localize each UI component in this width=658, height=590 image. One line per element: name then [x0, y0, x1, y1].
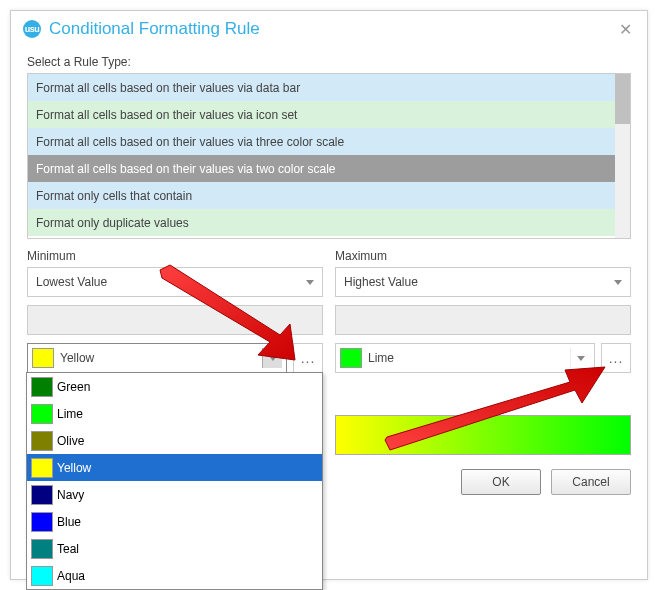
scroll-thumb[interactable] [615, 74, 630, 124]
color-option-swatch [31, 512, 53, 532]
minimum-value-input[interactable] [27, 305, 323, 335]
maximum-color-swatch [340, 348, 362, 368]
minimum-label: Minimum [27, 249, 323, 263]
rule-type-item[interactable]: Format all cells based on their values v… [28, 74, 630, 101]
dialog-content: Select a Rule Type: Format all cells bas… [11, 47, 647, 511]
close-button[interactable]: ✕ [615, 19, 635, 39]
maximum-color-more-button[interactable]: ... [601, 343, 631, 373]
gradient-preview [335, 415, 631, 455]
minimum-color-name: Yellow [60, 351, 262, 365]
maximum-value-combo[interactable]: Highest Value [335, 267, 631, 297]
color-option-swatch [31, 539, 53, 559]
rule-type-item[interactable]: Format all cells based on their values v… [28, 155, 630, 182]
ok-button[interactable]: OK [461, 469, 541, 495]
color-option-label: Lime [57, 407, 83, 421]
color-option-swatch [31, 458, 53, 478]
color-option-swatch [31, 377, 53, 397]
chevron-down-icon [306, 280, 314, 285]
color-option-label: Teal [57, 542, 79, 556]
color-option[interactable]: Green [27, 373, 322, 400]
titlebar: usu Conditional Formatting Rule ✕ [11, 11, 647, 47]
rule-type-item[interactable]: Format only duplicate values [28, 209, 630, 236]
color-option[interactable]: Lime [27, 400, 322, 427]
color-option-swatch [31, 404, 53, 424]
maximum-value-input[interactable] [335, 305, 631, 335]
color-option-swatch [31, 485, 53, 505]
color-dropdown-list[interactable]: GreenLimeOliveYellowNavyBlueTealAqua [26, 372, 323, 590]
minimum-color-more-button[interactable]: ... [293, 343, 323, 373]
color-option[interactable]: Yellow [27, 454, 322, 481]
app-icon: usu [23, 20, 41, 38]
color-option-label: Navy [57, 488, 84, 502]
scrollbar[interactable] [615, 74, 630, 238]
color-option[interactable]: Navy [27, 481, 322, 508]
color-option-label: Blue [57, 515, 81, 529]
maximum-color-combo[interactable]: Lime [335, 343, 595, 373]
chevron-down-icon [269, 356, 277, 361]
minimum-color-dropdown-button[interactable] [262, 348, 282, 368]
cancel-button[interactable]: Cancel [551, 469, 631, 495]
rule-type-item[interactable]: Format only cells that contain [28, 182, 630, 209]
color-option[interactable]: Teal [27, 535, 322, 562]
color-option[interactable]: Aqua [27, 562, 322, 589]
color-option-swatch [31, 431, 53, 451]
rule-type-item[interactable]: Format all cells based on their values v… [28, 128, 630, 155]
minimum-value-combo[interactable]: Lowest Value [27, 267, 323, 297]
minimum-color-combo[interactable]: Yellow [27, 343, 287, 373]
color-option-label: Aqua [57, 569, 85, 583]
maximum-label: Maximum [335, 249, 631, 263]
maximum-column: Maximum Highest Value Lime ... OK [335, 249, 631, 495]
color-option-swatch [31, 566, 53, 586]
color-option[interactable]: Blue [27, 508, 322, 535]
color-option-label: Yellow [57, 461, 91, 475]
chevron-down-icon [577, 356, 585, 361]
color-option-label: Green [57, 380, 90, 394]
rule-type-list[interactable]: Format all cells based on their values v… [27, 73, 631, 239]
minimum-value-text: Lowest Value [36, 275, 306, 289]
maximum-color-name: Lime [368, 351, 570, 365]
maximum-color-dropdown-button[interactable] [570, 348, 590, 368]
chevron-down-icon [614, 280, 622, 285]
dialog-title: Conditional Formatting Rule [49, 19, 615, 39]
rule-type-item[interactable]: Format all cells based on their values v… [28, 101, 630, 128]
conditional-formatting-dialog: usu Conditional Formatting Rule ✕ Select… [10, 10, 648, 580]
rule-type-label: Select a Rule Type: [27, 55, 631, 69]
maximum-value-text: Highest Value [344, 275, 614, 289]
color-option[interactable]: Olive [27, 427, 322, 454]
color-option-label: Olive [57, 434, 84, 448]
minimum-color-swatch [32, 348, 54, 368]
minimum-column: Minimum Lowest Value Yellow ... GreenLim… [27, 249, 323, 495]
